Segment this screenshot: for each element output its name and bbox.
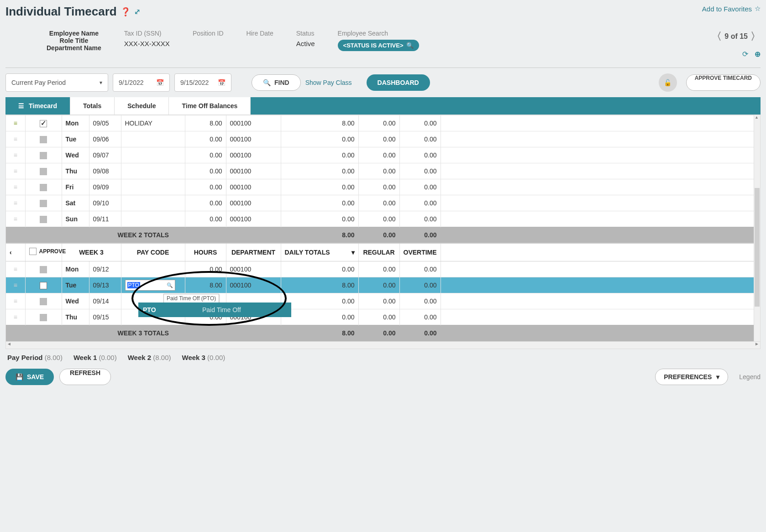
- paycode-cell[interactable]: [121, 131, 185, 147]
- tab-schedule[interactable]: Schedule: [115, 97, 169, 115]
- row-menu-button[interactable]: ≡: [6, 163, 25, 179]
- approve-checkbox[interactable]: [40, 282, 47, 289]
- checkbox-cell: [25, 293, 62, 309]
- add-to-favorites[interactable]: Add to Favorites ☆: [702, 5, 761, 13]
- department-cell[interactable]: 000100: [226, 131, 281, 147]
- hours-cell[interactable]: 0.00: [185, 179, 226, 195]
- refresh-button[interactable]: REFRESH: [59, 369, 111, 385]
- table-row: ≡Mon09/120.000001000.000.000.00: [6, 261, 760, 277]
- lookup-icon[interactable]: 🔍: [167, 282, 173, 288]
- paycode-cell[interactable]: [121, 179, 185, 195]
- row-menu-button[interactable]: ≡: [6, 195, 25, 211]
- row-menu-button[interactable]: ≡: [6, 147, 25, 163]
- regular-cell: 0.00: [358, 293, 399, 309]
- department-cell[interactable]: 000100: [226, 179, 281, 195]
- hours-cell[interactable]: 8.00: [185, 115, 226, 131]
- row-menu-button[interactable]: ≡: [6, 211, 25, 227]
- hours-cell[interactable]: 0.00: [185, 261, 226, 277]
- approve-checkbox[interactable]: [40, 216, 47, 223]
- legend-link[interactable]: Legend: [739, 373, 761, 381]
- paycode-cell[interactable]: HOLIDAY: [121, 115, 185, 131]
- vertical-scrollbar[interactable]: [754, 115, 760, 341]
- hours-cell[interactable]: 8.00: [185, 277, 226, 293]
- date-end-input[interactable]: 9/15/2022 📅: [174, 73, 231, 92]
- hours-cell[interactable]: 0.00: [185, 147, 226, 163]
- approve-checkbox[interactable]: [40, 168, 47, 175]
- paycode-input[interactable]: PTO🔍: [125, 280, 175, 291]
- refresh-icon[interactable]: ⟳: [742, 50, 748, 58]
- tab-balances[interactable]: Time Off Balances: [169, 97, 251, 115]
- approve-checkbox[interactable]: [40, 298, 47, 305]
- approve-checkbox[interactable]: [40, 314, 47, 321]
- lock-button[interactable]: 🔓: [659, 73, 677, 92]
- row-menu-button[interactable]: ≡: [6, 309, 25, 325]
- paycode-cell[interactable]: PTO🔍: [121, 277, 185, 293]
- week2-totals-label: WEEK 2 TOTALS: [6, 227, 281, 243]
- row-menu-button[interactable]: ≡: [6, 293, 25, 309]
- department-cell[interactable]: 000100: [226, 115, 281, 131]
- tab-timecard[interactable]: ☰ Timecard: [5, 97, 70, 115]
- prev-record-button[interactable]: 〈: [712, 30, 722, 43]
- approve-checkbox[interactable]: [40, 136, 47, 143]
- department-cell[interactable]: 000100: [226, 277, 281, 293]
- approve-checkbox[interactable]: [40, 120, 47, 127]
- date-end-value: 9/15/2022: [180, 79, 209, 86]
- department-cell[interactable]: 000100: [226, 195, 281, 211]
- fill-cell: [441, 147, 760, 163]
- week3-ot: 0.00: [399, 325, 441, 341]
- tab-totals[interactable]: Totals: [70, 97, 115, 115]
- week2-ot: 0.00: [399, 227, 441, 243]
- approve-checkbox[interactable]: [40, 200, 47, 207]
- paycode-cell[interactable]: [121, 211, 185, 227]
- date-start-input[interactable]: 9/1/2022 📅: [113, 73, 170, 92]
- employee-role: Role Title: [47, 37, 101, 44]
- department-cell[interactable]: 000100: [226, 163, 281, 179]
- tab-bar: ☰ Timecard Totals Schedule Time Off Bala…: [5, 97, 761, 115]
- department-cell[interactable]: 000100: [226, 261, 281, 277]
- daily-total-cell: 0.00: [281, 179, 358, 195]
- col-daily-totals[interactable]: DAILY TOTALS▾: [281, 243, 358, 261]
- row-menu-button[interactable]: ≡: [6, 131, 25, 147]
- find-button[interactable]: 🔍 FIND: [252, 74, 301, 91]
- approve-checkbox[interactable]: [40, 184, 47, 191]
- paycode-cell[interactable]: [121, 163, 185, 179]
- date-cell: 09/12: [89, 261, 121, 277]
- paycode-dropdown-option[interactable]: PTO Paid Time Off: [138, 303, 291, 317]
- hours-cell[interactable]: 0.00: [185, 131, 226, 147]
- help-icon[interactable]: ❓: [121, 7, 131, 17]
- show-pay-class-link[interactable]: Show Pay Class: [305, 79, 352, 86]
- hours-cell[interactable]: 0.00: [185, 211, 226, 227]
- department-cell[interactable]: 000100: [226, 211, 281, 227]
- approve-checkbox[interactable]: [40, 152, 47, 159]
- add-icon[interactable]: ⊕: [755, 50, 761, 58]
- status-label: Status: [296, 30, 315, 37]
- next-record-button[interactable]: 〉: [750, 30, 761, 43]
- row-menu-button[interactable]: ≡: [6, 277, 25, 293]
- approve-timecard-button[interactable]: APPROVE TIMECARD: [686, 74, 761, 91]
- summary-w2-val: (8.00): [153, 354, 171, 361]
- row-menu-button[interactable]: ≡: [6, 261, 25, 277]
- department-cell[interactable]: 000100: [226, 147, 281, 163]
- status-filter-pill[interactable]: <STATUS IS ACTIVE> 🔍: [338, 40, 419, 51]
- paycode-cell[interactable]: [121, 195, 185, 211]
- dashboard-button[interactable]: DASHBOARD: [367, 74, 430, 91]
- checkbox-cell: [25, 147, 62, 163]
- week3-totals-label: WEEK 3 TOTALS: [6, 325, 281, 341]
- employee-dept: Department Name: [47, 44, 101, 52]
- row-menu-button[interactable]: ≡: [6, 179, 25, 195]
- paycode-cell[interactable]: [121, 147, 185, 163]
- paycode-cell[interactable]: [121, 261, 185, 277]
- preferences-button[interactable]: PREFERENCES ▾: [655, 369, 728, 385]
- approve-checkbox[interactable]: [29, 248, 37, 255]
- week2-dt: 8.00: [281, 227, 358, 243]
- row-menu-button[interactable]: ≡: [6, 115, 25, 131]
- collapse-week-button[interactable]: ‹: [6, 243, 25, 261]
- hours-cell[interactable]: 0.00: [185, 195, 226, 211]
- horizontal-scrollbar[interactable]: [6, 341, 760, 349]
- save-button[interactable]: 💾 SAVE: [5, 369, 54, 385]
- pay-period-select[interactable]: Current Pay Period ▾: [5, 73, 108, 92]
- expand-icon[interactable]: ⤢: [134, 7, 140, 16]
- approve-checkbox[interactable]: [40, 266, 47, 273]
- hours-cell[interactable]: 0.00: [185, 163, 226, 179]
- approve-all-cell: APPROVE: [25, 243, 62, 261]
